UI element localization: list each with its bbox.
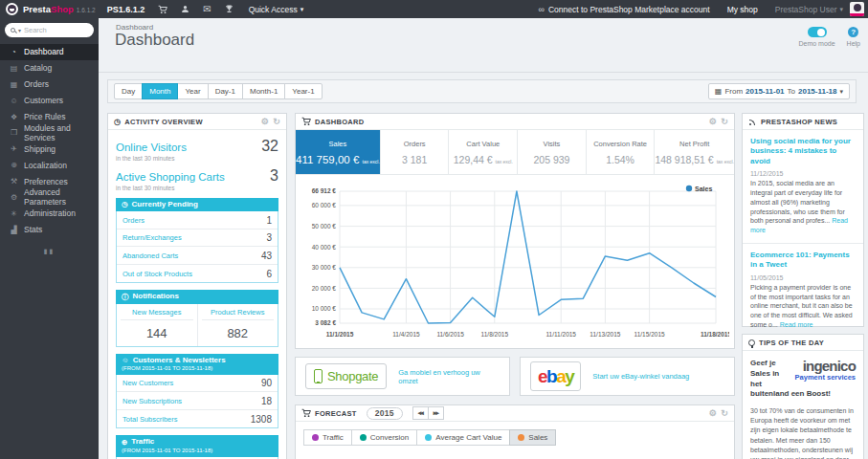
cart-icon[interactable]	[158, 5, 167, 14]
sales-line-chart: 3 082 €10 000 €20 000 €30 000 €40 000 €5…	[298, 178, 729, 342]
svg-text:3 082 €: 3 082 €	[315, 319, 336, 326]
svg-text:20 000 €: 20 000 €	[312, 285, 337, 292]
sales-chart: 3 082 €10 000 €20 000 €30 000 €40 000 €5…	[296, 175, 734, 346]
sidebar-item-dashboard[interactable]: ◔ Dashboard	[0, 44, 99, 60]
forecast-toggle-average-cart-value[interactable]: Average Cart Value	[416, 429, 510, 446]
filter-month-button[interactable]: Month	[142, 83, 178, 99]
sidebar: ▾ ◔ Dashboard ▤ Catalog ▦ Orders ☺ Custo…	[0, 18, 99, 459]
forecast-toggle-traffic[interactable]: Traffic	[303, 429, 352, 446]
sidebar-item-preferences[interactable]: ⚒ Preferences	[0, 173, 99, 189]
activity-stat-product-reviews[interactable]: Product Reviews882	[197, 304, 278, 346]
filter-year-button[interactable]: Year	[177, 83, 208, 99]
sidebar-item-shipping[interactable]: ✈ Shipping	[0, 141, 99, 157]
activity-row-new-customers[interactable]: New Customers90	[117, 375, 278, 393]
ebay-banner[interactable]: ebay Start uw eBay-winkel vandaag	[520, 357, 735, 396]
dashboard-panel: DASHBOARD ⚙ ↻ Sales 411 759,00 € tax exc…	[295, 113, 735, 349]
people-icon: ☺	[122, 356, 129, 365]
shopgate-link[interactable]: Ga mobiel en verhoog uw omzet	[398, 368, 500, 385]
quick-access-menu[interactable]: Quick Access ▾	[249, 5, 304, 14]
forward-button[interactable]: ▸▸	[428, 406, 444, 420]
ingenico-logo: ingenico Payment services	[795, 359, 856, 382]
kpi-tab-conversion-rate[interactable]: Conversion Rate 1.54%	[587, 130, 656, 174]
shopgate-banner[interactable]: Shopgate Ga mobiel en verhoog uw omzet	[295, 357, 510, 396]
kpi-tab-orders[interactable]: Orders 3 181	[381, 130, 450, 174]
sidebar-item-catalog[interactable]: ▤ Catalog	[0, 60, 99, 76]
gear-icon[interactable]: ⚙	[709, 409, 717, 418]
marketplace-link[interactable]: ∞ Connect to PrestaShop Marketplace acco…	[539, 5, 710, 14]
activity-row-new-subscriptions[interactable]: New Subscriptions18	[117, 392, 278, 410]
filter-day-button[interactable]: Day	[114, 83, 143, 99]
svg-text:11/13/2015: 11/13/2015	[590, 331, 620, 338]
refresh-icon[interactable]: ↻	[721, 118, 728, 126]
caret-down-icon: ▾	[839, 6, 843, 13]
kpi-tab-net-profit[interactable]: Net Profit 148 918,51 € tax excl.	[655, 130, 734, 174]
search-input[interactable]	[24, 26, 88, 34]
page-actions: Demo mode ? Help	[798, 27, 860, 47]
refresh-icon[interactable]: ↻	[721, 409, 728, 418]
sidebar-item-advanced-parameters[interactable]: ⚙ Advanced Parameters	[0, 189, 99, 206]
sidebar-collapse-icon[interactable]: ▮▮	[0, 248, 99, 255]
demo-mode-control[interactable]: Demo mode	[798, 27, 835, 47]
filter-day-1-button[interactable]: Day-1	[208, 83, 243, 99]
filter-month-1-button[interactable]: Month-1	[242, 83, 285, 99]
filter-year-1-button[interactable]: Year-1	[284, 83, 322, 99]
brand-wordmark: PrestaShop 1.6.1.2	[23, 4, 96, 14]
phone-icon	[314, 369, 323, 383]
my-shop-link[interactable]: My shop	[727, 5, 758, 14]
user-avatar[interactable]	[850, 2, 864, 16]
mail-icon[interactable]: ✉	[203, 4, 211, 14]
caret-down-icon: ▾	[18, 27, 21, 33]
help-control[interactable]: ? Help	[847, 27, 860, 47]
trophy-icon[interactable]	[225, 5, 234, 13]
marketplace-icon: ∞	[539, 5, 545, 14]
user-icon[interactable]	[181, 5, 189, 13]
forecast-year[interactable]: 2015	[367, 407, 403, 420]
ebay-link[interactable]: Start uw eBay-winkel vandaag	[592, 372, 689, 381]
section-header-traffic: ⊕Traffic (FROM 2015-11-01 TO 2015-11-18)	[116, 435, 278, 456]
tips-of-the-day-panel: TIPS OF THE DAY ingenico Payment service…	[742, 334, 864, 459]
clock-icon: ◷	[114, 118, 121, 126]
catalog-icon: ▤	[8, 64, 20, 73]
activity-stat-new-messages[interactable]: New Messages144	[117, 304, 197, 346]
kpi-tab-sales[interactable]: Sales 411 759,00 € tax excl.	[296, 130, 381, 174]
sidebar-item-administration[interactable]: ✳ Administration	[0, 206, 99, 222]
sidebar-item-orders[interactable]: ▦ Orders	[0, 76, 99, 93]
read-more-link[interactable]: Read more	[750, 217, 848, 233]
date-range-button[interactable]: ▦ From 2015-11-01 To 2015-11-18 ▾	[708, 83, 850, 99]
backward-button[interactable]: ◂◂	[412, 406, 429, 420]
gear-icon[interactable]: ⚙	[261, 118, 269, 126]
sidebar-item-stats[interactable]: ▟ Stats	[0, 222, 99, 238]
svg-text:30 000 €: 30 000 €	[312, 264, 337, 271]
page-title: Dashboard	[115, 31, 194, 50]
sidebar-item-customers[interactable]: ☺ Customers	[0, 93, 99, 109]
stats-icon: ▟	[8, 226, 20, 234]
read-more-link[interactable]: Read more	[780, 321, 813, 328]
activity-row-abandoned-carts[interactable]: Abandoned Carts43	[117, 247, 278, 265]
forecast-toggle-conversion[interactable]: Conversion	[351, 429, 417, 446]
activity-row-out-of-stock-products[interactable]: Out of Stock Products6	[117, 265, 278, 283]
sidebar-search[interactable]: ▾	[5, 23, 94, 37]
news-article: Ecommerce 101: Payments in a Tweet 11/05…	[743, 244, 863, 338]
refresh-icon[interactable]: ↻	[273, 118, 280, 126]
kpi-tab-visits[interactable]: Visits 205 939	[518, 130, 587, 174]
user-menu[interactable]: PrestaShop User ▾	[775, 5, 843, 14]
kpi-tab-cart-value[interactable]: Cart Value 129,44 € tax excl.	[449, 130, 518, 174]
demo-mode-toggle[interactable]	[808, 27, 827, 37]
average-cart-value-dot-icon	[425, 434, 432, 441]
activity-row-return-exchanges[interactable]: Return/Exchanges3	[117, 230, 278, 248]
dashboard-icon: ◔	[8, 48, 20, 56]
active-carts-row[interactable]: Active Shopping Carts 3	[108, 165, 286, 185]
news-article: Using social media for your business: 4 …	[743, 130, 863, 244]
article-title-link[interactable]: Using social media for your business: 4 …	[750, 137, 856, 166]
sidebar-item-price-rules[interactable]: ❖ Price Rules	[0, 109, 99, 125]
section-header-notifications: ⓘNotifications	[116, 290, 278, 303]
online-visitors-row[interactable]: Online Visitors 32	[108, 136, 286, 155]
forecast-toggle-sales[interactable]: Sales	[509, 429, 556, 446]
gear-icon[interactable]: ⚙	[709, 118, 717, 126]
sidebar-item-localization[interactable]: ⊕ Localization	[0, 157, 99, 173]
activity-row-total-subscribers[interactable]: Total Subscribers1308	[117, 410, 278, 428]
article-title-link[interactable]: Ecommerce 101: Payments in a Tweet	[750, 251, 856, 271]
sidebar-item-modules-and-services[interactable]: ❒ Modules and Services	[0, 124, 99, 141]
svg-text:11/11/2015: 11/11/2015	[545, 331, 576, 338]
activity-row-orders[interactable]: Orders1	[117, 211, 278, 230]
